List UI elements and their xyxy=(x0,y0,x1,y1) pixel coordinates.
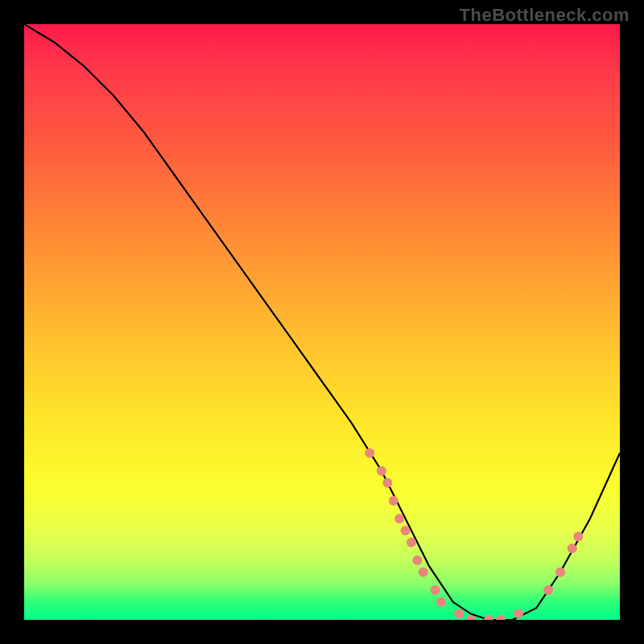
curve-marker xyxy=(377,466,386,476)
chart-plot-area xyxy=(24,24,620,620)
curve-markers xyxy=(365,448,583,620)
curve-marker xyxy=(514,609,523,619)
curve-marker xyxy=(496,615,506,620)
curve-marker xyxy=(484,615,493,620)
curve-marker xyxy=(454,609,464,619)
curve-marker xyxy=(412,555,422,565)
curve-marker xyxy=(382,478,392,488)
curve-marker xyxy=(573,531,583,541)
curve-marker xyxy=(401,526,411,535)
curve-marker xyxy=(419,568,428,577)
curve-marker xyxy=(555,568,565,577)
curve-marker xyxy=(394,514,404,523)
watermark-text: TheBottleneck.com xyxy=(460,5,630,26)
bottleneck-curve-line xyxy=(24,24,620,620)
curve-marker xyxy=(543,585,553,595)
curve-marker xyxy=(389,496,398,506)
curve-marker xyxy=(431,585,440,595)
curve-marker xyxy=(568,543,577,553)
chart-svg xyxy=(24,24,620,620)
curve-marker xyxy=(365,448,374,458)
curve-marker xyxy=(436,597,446,607)
curve-marker xyxy=(407,538,416,547)
